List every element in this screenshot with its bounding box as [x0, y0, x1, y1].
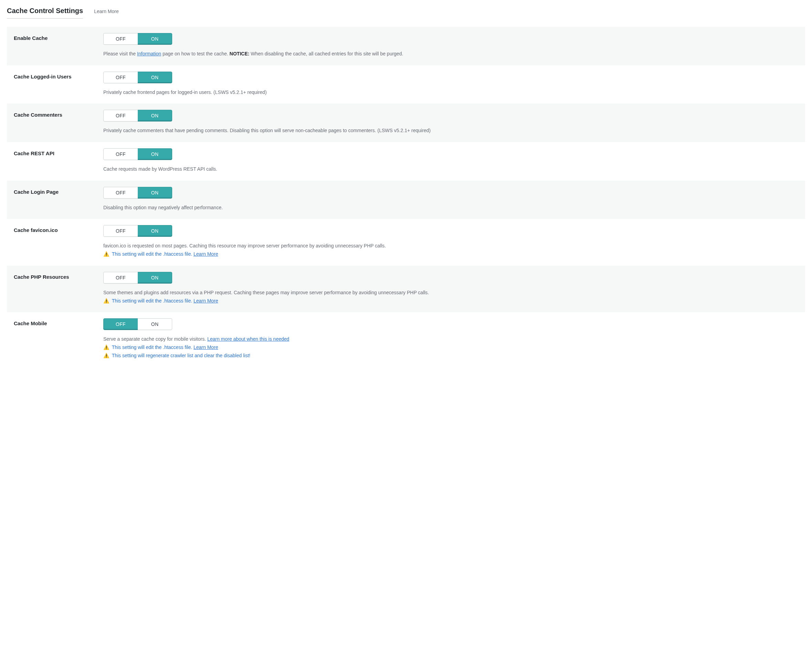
htaccess-warning: ⚠️ This setting will edit the .htaccess … — [103, 251, 798, 258]
page-header: Cache Control Settings Learn More — [7, 7, 805, 19]
setting-description: Cache requests made by WordPress REST AP… — [103, 166, 798, 173]
setting-description: Privately cache frontend pages for logge… — [103, 89, 798, 96]
row-enable-cache: Enable Cache OFF ON Please visit the Inf… — [7, 27, 805, 66]
setting-description: Disabling this option may negatively aff… — [103, 204, 798, 212]
row-cache-commenters: Cache Commenters OFF ON Privately cache … — [7, 103, 805, 142]
toggle-cache-favicon[interactable]: OFF ON — [103, 225, 172, 237]
row-cache-rest-api: Cache REST API OFF ON Cache requests mad… — [7, 142, 805, 181]
setting-description: Privately cache commenters that have pen… — [103, 127, 798, 135]
toggle-on[interactable]: ON — [138, 272, 172, 284]
toggle-cache-rest-api[interactable]: OFF ON — [103, 148, 172, 160]
setting-label: Cache PHP Resources — [14, 272, 103, 305]
toggle-cache-mobile[interactable]: OFF ON — [103, 318, 172, 330]
desc-text: favicon.ico is requested on most pages. … — [103, 242, 798, 250]
information-link[interactable]: Information — [137, 51, 161, 56]
toggle-cache-php-resources[interactable]: OFF ON — [103, 272, 172, 284]
settings-list: Enable Cache OFF ON Please visit the Inf… — [7, 27, 805, 367]
desc-text: page on how to test the cache. — [161, 51, 229, 56]
toggle-off[interactable]: OFF — [103, 33, 138, 45]
row-cache-logged-in: Cache Logged-in Users OFF ON Privately c… — [7, 66, 805, 104]
htaccess-warning: ⚠️ This setting will edit the .htaccess … — [103, 344, 798, 351]
toggle-on[interactable]: ON — [138, 318, 172, 330]
learn-more-link[interactable]: Learn More — [193, 251, 218, 257]
warning-icon: ⚠️ — [103, 297, 109, 305]
warning-text: This setting will edit the .htaccess fil… — [112, 298, 193, 304]
setting-description: Serve a separate cache copy for mobile v… — [103, 335, 798, 359]
setting-content: OFF ON Cache requests made by WordPress … — [103, 148, 798, 173]
setting-content: OFF ON Some themes and plugins add resou… — [103, 272, 798, 305]
setting-label: Cache Mobile — [14, 318, 103, 359]
setting-label: Cache favicon.ico — [14, 225, 103, 258]
row-cache-login-page: Cache Login Page OFF ON Disabling this o… — [7, 181, 805, 219]
setting-content: OFF ON Privately cache commenters that h… — [103, 110, 798, 135]
toggle-cache-logged-in[interactable]: OFF ON — [103, 72, 172, 83]
setting-description: Please visit the Information page on how… — [103, 50, 798, 58]
row-cache-favicon: Cache favicon.ico OFF ON favicon.ico is … — [7, 219, 805, 265]
desc-text: Please visit the — [103, 51, 137, 56]
setting-label: Enable Cache — [14, 33, 103, 58]
setting-description: Some themes and plugins add resources vi… — [103, 289, 798, 305]
toggle-off[interactable]: OFF — [103, 110, 138, 122]
toggle-enable-cache[interactable]: OFF ON — [103, 33, 172, 45]
desc-text: Serve a separate cache copy for mobile v… — [103, 336, 207, 342]
toggle-on[interactable]: ON — [138, 148, 172, 160]
toggle-on[interactable]: ON — [138, 110, 172, 122]
toggle-off[interactable]: OFF — [103, 272, 138, 284]
toggle-on[interactable]: ON — [138, 72, 172, 83]
toggle-on[interactable]: ON — [138, 33, 172, 45]
desc-text: When disabling the cache, all cached ent… — [249, 51, 403, 56]
notice-bold: NOTICE: — [230, 51, 250, 56]
toggle-off[interactable]: OFF — [103, 148, 138, 160]
setting-content: OFF ON favicon.ico is requested on most … — [103, 225, 798, 258]
toggle-on[interactable]: ON — [138, 225, 172, 237]
setting-content: OFF ON Disabling this option may negativ… — [103, 187, 798, 212]
warning-text: This setting will edit the .htaccess fil… — [112, 345, 193, 350]
learn-more-link[interactable]: Learn More — [193, 345, 218, 350]
setting-description: favicon.ico is requested on most pages. … — [103, 242, 798, 258]
warning-text: This setting will edit the .htaccess fil… — [112, 251, 193, 257]
learn-more-link[interactable]: Learn More — [193, 298, 218, 304]
toggle-off[interactable]: OFF — [103, 187, 138, 199]
setting-label: Cache Login Page — [14, 187, 103, 212]
toggle-cache-commenters[interactable]: OFF ON — [103, 110, 172, 122]
desc-text: Serve a separate cache copy for mobile v… — [103, 335, 798, 343]
warning-icon: ⚠️ — [103, 352, 109, 360]
row-cache-mobile: Cache Mobile OFF ON Serve a separate cac… — [7, 312, 805, 367]
toggle-off[interactable]: OFF — [103, 318, 138, 330]
setting-label: Cache REST API — [14, 148, 103, 173]
page-title: Cache Control Settings — [7, 7, 83, 19]
toggle-off[interactable]: OFF — [103, 225, 138, 237]
learn-more-mobile-link[interactable]: Learn more about when this is needed — [207, 336, 289, 342]
setting-content: OFF ON Please visit the Information page… — [103, 33, 798, 58]
toggle-cache-login-page[interactable]: OFF ON — [103, 187, 172, 199]
learn-more-link[interactable]: Learn More — [94, 9, 119, 14]
setting-content: OFF ON Privately cache frontend pages fo… — [103, 72, 798, 96]
crawler-warning: ⚠️ This setting will regenerate crawler … — [103, 352, 798, 360]
setting-label: Cache Commenters — [14, 110, 103, 135]
htaccess-warning: ⚠️ This setting will edit the .htaccess … — [103, 297, 798, 305]
toggle-on[interactable]: ON — [138, 187, 172, 199]
row-cache-php-resources: Cache PHP Resources OFF ON Some themes a… — [7, 266, 805, 312]
toggle-off[interactable]: OFF — [103, 72, 138, 83]
setting-label: Cache Logged-in Users — [14, 72, 103, 96]
setting-content: OFF ON Serve a separate cache copy for m… — [103, 318, 798, 359]
desc-text: Some themes and plugins add resources vi… — [103, 289, 798, 297]
warning-text: This setting will regenerate crawler lis… — [112, 353, 250, 358]
warning-icon: ⚠️ — [103, 344, 109, 351]
warning-icon: ⚠️ — [103, 251, 109, 258]
